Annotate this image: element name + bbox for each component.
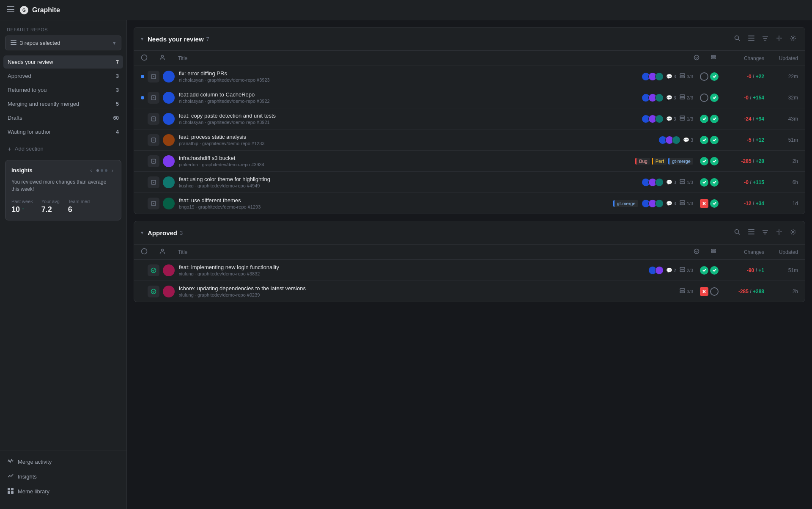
stack-value: 2/3 bbox=[687, 95, 693, 100]
meme-library-label: Meme library bbox=[18, 488, 49, 495]
approved-chevron[interactable]: ▾ bbox=[141, 230, 143, 236]
repo-section: Default repos 3 repos selected ▾ bbox=[0, 27, 126, 55]
topbar: G Graphite bbox=[0, 0, 812, 20]
sidebar-item-merging[interactable]: Merging and recently merged 5 bbox=[3, 97, 123, 110]
table-row[interactable]: feat: use different themes bngo19 · grap… bbox=[134, 193, 805, 214]
reviewer-avatar bbox=[655, 115, 664, 123]
pr-type-icon bbox=[148, 286, 159, 297]
svg-rect-1 bbox=[7, 9, 14, 10]
approved-header: ▾ Approved 3 bbox=[134, 221, 805, 245]
approved-updated-col: Updated bbox=[764, 249, 798, 255]
table-row[interactable]: feat:using color theme for highlighting … bbox=[134, 172, 805, 193]
pr-updated: 51m bbox=[764, 137, 798, 143]
ci-success-icon bbox=[710, 199, 719, 208]
reviewer-count: 💬 2 bbox=[666, 267, 676, 273]
settings-icon[interactable] bbox=[788, 33, 798, 44]
filter-icon[interactable] bbox=[760, 33, 770, 44]
insights-nav-label: Insights bbox=[18, 473, 37, 480]
needs-review-count: 7 bbox=[206, 36, 209, 42]
sidebar-item-waiting[interactable]: Waiting for author 4 bbox=[3, 125, 123, 138]
insights-next-button[interactable]: › bbox=[110, 166, 115, 174]
svg-rect-14 bbox=[748, 36, 754, 36]
pr-changes: -0 / +115 bbox=[722, 179, 764, 185]
approved-settings-icon[interactable] bbox=[788, 227, 798, 238]
approved-list-icon[interactable] bbox=[746, 227, 756, 238]
add-section-button[interactable]: + Add section bbox=[0, 141, 126, 157]
title-col-header: Title bbox=[175, 55, 688, 61]
sidebar-item-returned[interactable]: Returned to you 3 bbox=[3, 83, 123, 96]
pr-stack: 3/3 bbox=[680, 73, 693, 80]
needs-review-chevron[interactable]: ▾ bbox=[141, 36, 143, 42]
changes-pos: +115 bbox=[753, 179, 764, 185]
svg-rect-49 bbox=[680, 203, 685, 205]
svg-rect-33 bbox=[680, 97, 685, 99]
sidebar-item-drafts[interactable]: Drafts 60 bbox=[3, 111, 123, 124]
reviewer-stack bbox=[642, 178, 664, 187]
svg-rect-32 bbox=[680, 95, 685, 96]
stack-value: 1/3 bbox=[687, 116, 693, 121]
pr-title: ichore: updating dependencies to the lat… bbox=[179, 285, 676, 292]
reviewer-stack bbox=[642, 115, 664, 123]
approved-table-header: Title Changes Updated bbox=[134, 245, 805, 260]
sidebar-item-needs-review[interactable]: Needs your review 7 bbox=[3, 55, 123, 69]
svg-rect-54 bbox=[748, 229, 754, 230]
table-row[interactable]: ichore: updating dependencies to the lat… bbox=[134, 281, 805, 302]
approved-icon-col bbox=[159, 248, 175, 256]
svg-point-60 bbox=[793, 231, 794, 233]
pr-info: ichore: updating dependencies to the lat… bbox=[179, 285, 676, 297]
svg-rect-29 bbox=[680, 76, 685, 78]
svg-point-69 bbox=[151, 289, 156, 294]
svg-rect-56 bbox=[748, 234, 754, 234]
approved-filter-icon[interactable] bbox=[760, 227, 770, 238]
pr-changes: -0 / +154 bbox=[722, 95, 764, 101]
icon-col-header bbox=[159, 55, 175, 62]
merge-activity-nav[interactable]: Merge activity bbox=[3, 454, 123, 469]
pr-meta: nicholasyan · graphitedev/demo-repo #392… bbox=[179, 120, 638, 125]
insights-dots bbox=[96, 169, 107, 172]
svg-rect-70 bbox=[680, 289, 685, 290]
table-row[interactable]: fix: error diffing PRs nicholasyan · gra… bbox=[134, 66, 805, 87]
table-row[interactable]: feat: process static analysis pranathip … bbox=[134, 129, 805, 151]
table-row[interactable]: feat: implementing new login functionali… bbox=[134, 260, 805, 281]
insights-nav-item[interactable]: Insights bbox=[3, 469, 123, 484]
table-row[interactable]: infra:hashdiff s3 bucket pinkerton · gra… bbox=[134, 151, 805, 172]
reviewer-avatar bbox=[655, 72, 664, 81]
approved-search-icon[interactable] bbox=[732, 227, 742, 238]
svg-rect-9 bbox=[11, 488, 14, 490]
comment-icon: 💬 bbox=[683, 137, 689, 143]
sidebar-item-approved[interactable]: Approved 3 bbox=[3, 69, 123, 83]
table-row[interactable]: feat:add column to CacheRepo nicholasyan… bbox=[134, 87, 805, 108]
pr-ci-icons bbox=[697, 72, 722, 81]
meme-library-nav[interactable]: Meme library bbox=[3, 484, 123, 499]
svg-rect-28 bbox=[680, 74, 685, 75]
stack-value: 1/3 bbox=[687, 180, 693, 185]
pr-type-icon bbox=[148, 264, 159, 276]
stack-icon bbox=[680, 116, 685, 122]
approved-rows: feat: implementing new login functionali… bbox=[134, 260, 805, 302]
pr-type-icon bbox=[148, 155, 159, 167]
menu-icon[interactable] bbox=[7, 6, 14, 14]
split-icon[interactable] bbox=[774, 33, 784, 44]
pr-meta: kushxg · graphitedev/demo-repo #4949 bbox=[179, 183, 638, 188]
insights-prev-button[interactable]: ‹ bbox=[88, 166, 93, 174]
pr-updated: 1d bbox=[764, 201, 798, 206]
svg-rect-48 bbox=[680, 201, 685, 202]
insights-dot-1 bbox=[96, 169, 99, 172]
repo-selector[interactable]: 3 repos selected ▾ bbox=[5, 36, 121, 50]
pr-stack: 2/3 bbox=[680, 94, 693, 101]
approved-title-col: Title bbox=[175, 249, 688, 255]
list-icon[interactable] bbox=[746, 33, 756, 44]
search-icon[interactable] bbox=[732, 33, 742, 44]
svg-point-52 bbox=[735, 230, 739, 234]
ci-success-icon bbox=[710, 178, 719, 187]
pr-title: feat:using color theme for highlighting bbox=[179, 176, 638, 182]
pr-author-avatar bbox=[163, 113, 175, 125]
insights-card: Insights ‹ › You reviewed more changes t… bbox=[5, 160, 121, 220]
table-row[interactable]: feat: copy paste detection and unit test… bbox=[134, 108, 805, 129]
svg-rect-45 bbox=[680, 182, 685, 184]
svg-rect-8 bbox=[8, 488, 10, 490]
pr-reviewers: 💬 2 bbox=[648, 266, 676, 275]
approved-split-icon[interactable] bbox=[774, 227, 784, 238]
merge-activity-label: Merge activity bbox=[18, 459, 52, 465]
svg-rect-0 bbox=[7, 6, 14, 7]
